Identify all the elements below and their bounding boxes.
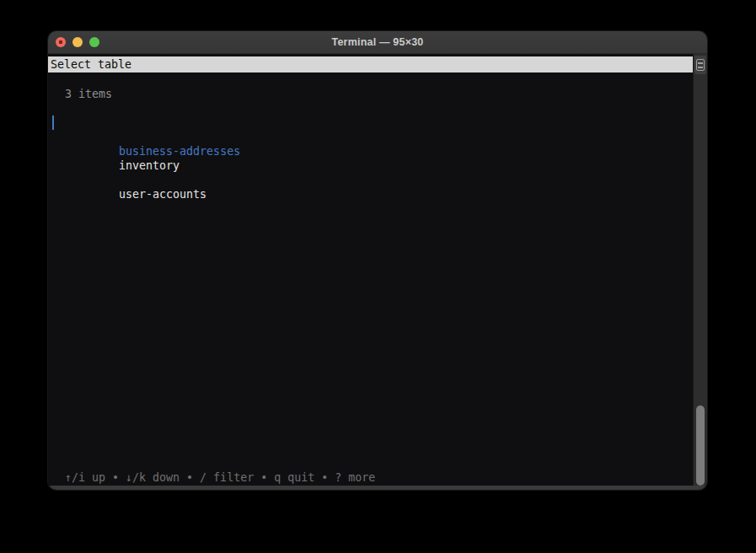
list-item-label: inventory — [119, 159, 180, 172]
list-item-label: user-accounts — [119, 188, 206, 201]
window-title: Terminal — 95×30 — [48, 31, 707, 53]
tui-list-panel: Select table 3 items business-addresses … — [48, 54, 693, 486]
help-bar: ↑/i up • ↓/k down • / filter • q quit • … — [65, 470, 375, 485]
list-item-inventory[interactable]: inventory — [48, 144, 693, 158]
list-item-business-addresses[interactable]: business-addresses — [48, 115, 693, 130]
selection-cursor — [52, 115, 54, 130]
scrollbar[interactable] — [693, 54, 707, 486]
item-count: 3 items — [48, 87, 693, 101]
titlebar[interactable]: Terminal — 95×30 — [48, 31, 707, 54]
list-item-user-accounts[interactable]: user-accounts — [48, 173, 693, 187]
list-title-bar: Select table — [48, 56, 693, 72]
terminal-content: Select table 3 items business-addresses … — [48, 54, 707, 486]
window-bottom-edge — [48, 486, 707, 490]
scrollback-icon — [696, 59, 705, 71]
terminal-window: Terminal — 95×30 Select table 3 items bu… — [48, 31, 707, 490]
scrollback-marker-button[interactable] — [694, 56, 706, 74]
scrollbar-thumb[interactable] — [696, 405, 705, 486]
